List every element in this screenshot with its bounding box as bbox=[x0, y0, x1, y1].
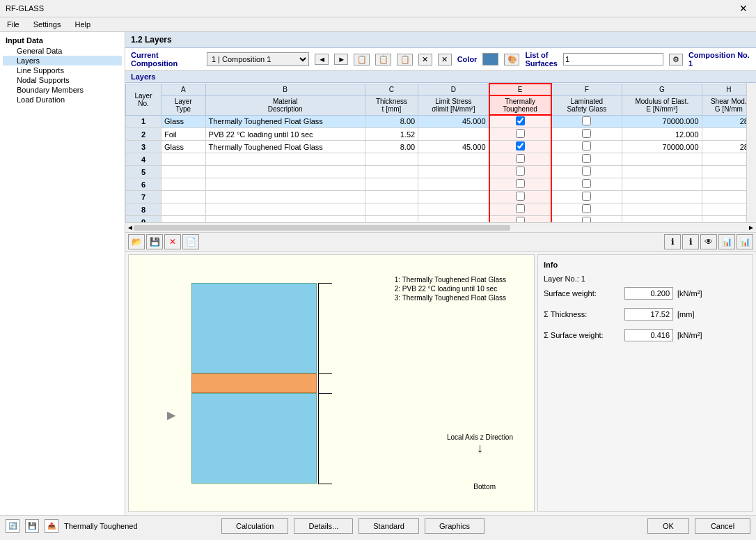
ok-button[interactable]: OK bbox=[647, 518, 689, 534]
details-button[interactable]: Details... bbox=[294, 518, 353, 534]
checkbox-laminated[interactable] bbox=[582, 192, 591, 201]
cell-layer-type[interactable] bbox=[161, 153, 205, 166]
checkbox-thermally[interactable] bbox=[516, 204, 525, 213]
tbar-info2-btn[interactable]: ℹ bbox=[682, 234, 699, 249]
cell-limit-stress[interactable] bbox=[418, 216, 489, 223]
cell-material[interactable] bbox=[205, 203, 365, 216]
sidebar-item-layers[interactable]: Layers bbox=[3, 56, 122, 65]
checkbox-thermally[interactable] bbox=[516, 129, 525, 138]
cancel-button[interactable]: Cancel bbox=[695, 518, 750, 534]
comp-btn-del1[interactable]: ✕ bbox=[418, 54, 432, 65]
cell-layer-type[interactable] bbox=[161, 166, 205, 178]
graphics-button[interactable]: Graphics bbox=[425, 518, 485, 534]
horizontal-scrollbar[interactable]: ◄ ► bbox=[125, 222, 756, 232]
calculation-button[interactable]: Calculation bbox=[221, 518, 288, 534]
cell-material[interactable]: Thermally Toughened Float Glass bbox=[205, 115, 365, 128]
cell-thickness[interactable] bbox=[365, 166, 418, 178]
tbar-print-btn[interactable]: 📄 bbox=[182, 234, 199, 249]
cell-modulus[interactable] bbox=[622, 191, 702, 203]
hscroll-left-arrow[interactable]: ◄ bbox=[127, 224, 134, 231]
checkbox-thermally[interactable] bbox=[516, 192, 525, 201]
composition-select[interactable]: 1 | Composition 1 bbox=[207, 52, 309, 66]
cell-thickness[interactable]: 8.00 bbox=[365, 141, 418, 153]
tbar-delete-btn[interactable]: ✕ bbox=[164, 234, 181, 249]
cell-limit-stress[interactable] bbox=[418, 191, 489, 203]
cell-limit-stress[interactable] bbox=[418, 166, 489, 178]
checkbox-laminated[interactable] bbox=[582, 141, 591, 151]
checkbox-laminated[interactable] bbox=[582, 217, 591, 222]
cell-layer-type[interactable] bbox=[161, 191, 205, 203]
sidebar-item-boundary[interactable]: Boundary Members bbox=[3, 85, 122, 95]
info-thickness-value[interactable] bbox=[624, 308, 673, 321]
sidebar-item-line-supports[interactable]: Line Supports bbox=[3, 65, 122, 75]
color-picker-btn[interactable]: 🎨 bbox=[504, 54, 520, 65]
status-icon-1[interactable]: 🔄 bbox=[6, 519, 19, 533]
cell-modulus[interactable] bbox=[622, 178, 702, 191]
cell-thickness[interactable] bbox=[365, 191, 418, 203]
cell-thickness[interactable] bbox=[365, 216, 418, 223]
checkbox-laminated[interactable] bbox=[582, 204, 591, 213]
cell-limit-stress[interactable]: 45.000 bbox=[418, 141, 489, 153]
comp-btn-del2[interactable]: ✕ bbox=[438, 54, 452, 65]
cell-modulus[interactable] bbox=[622, 166, 702, 178]
checkbox-thermally[interactable] bbox=[516, 167, 525, 176]
sidebar-item-general[interactable]: General Data bbox=[3, 46, 122, 56]
hscroll-right-arrow[interactable]: ► bbox=[748, 224, 755, 231]
cell-limit-stress[interactable] bbox=[418, 178, 489, 191]
comp-btn-paste[interactable]: 📋 bbox=[375, 54, 391, 65]
checkbox-thermally[interactable] bbox=[516, 179, 525, 188]
status-icon-2[interactable]: 💾 bbox=[25, 519, 39, 533]
sidebar-item-load[interactable]: Load Duration bbox=[3, 95, 122, 105]
cell-layer-type[interactable]: Glass bbox=[161, 115, 205, 128]
checkbox-laminated[interactable] bbox=[582, 179, 591, 188]
comp-nav-next[interactable]: ► bbox=[334, 54, 348, 65]
cell-thickness[interactable] bbox=[365, 178, 418, 191]
checkbox-thermally[interactable] bbox=[516, 154, 525, 163]
tbar-info-btn[interactable]: ℹ bbox=[664, 234, 681, 249]
cell-limit-stress[interactable] bbox=[418, 203, 489, 216]
cell-limit-stress[interactable]: 45.000 bbox=[418, 115, 489, 128]
cell-material[interactable]: Thermally Toughened Float Glass bbox=[205, 141, 365, 153]
cell-modulus[interactable] bbox=[622, 203, 702, 216]
comp-btn-copy[interactable]: 📋 bbox=[354, 54, 370, 65]
color-swatch[interactable] bbox=[482, 53, 498, 65]
tbar-view-btn[interactable]: 👁 bbox=[700, 234, 717, 249]
cell-layer-type[interactable]: Glass bbox=[161, 141, 205, 153]
vertical-scrollbar[interactable] bbox=[746, 83, 756, 222]
info-total-weight-value[interactable] bbox=[624, 329, 673, 341]
menu-settings[interactable]: Settings bbox=[29, 19, 65, 30]
cell-modulus[interactable] bbox=[622, 216, 702, 223]
tbar-chart-btn[interactable]: 📊 bbox=[718, 234, 735, 249]
cell-material[interactable]: PVB 22 °C loading until 10 sec bbox=[205, 128, 365, 141]
cell-thickness[interactable]: 8.00 bbox=[365, 115, 418, 128]
sidebar-item-nodal-supports[interactable]: Nodal Supports bbox=[3, 75, 122, 85]
cell-material[interactable] bbox=[205, 191, 365, 203]
cell-layer-type[interactable] bbox=[161, 203, 205, 216]
checkbox-laminated[interactable] bbox=[582, 129, 591, 138]
cell-thickness[interactable] bbox=[365, 153, 418, 166]
checkbox-laminated[interactable] bbox=[582, 167, 591, 176]
tbar-export-btn[interactable]: 📊 bbox=[737, 234, 753, 249]
hscroll-bar[interactable] bbox=[134, 225, 510, 231]
comp-nav-prev[interactable]: ◄ bbox=[315, 54, 329, 65]
menu-help[interactable]: Help bbox=[70, 19, 95, 30]
menu-file[interactable]: File bbox=[3, 19, 24, 30]
cell-modulus[interactable] bbox=[622, 153, 702, 166]
checkbox-thermally[interactable] bbox=[516, 116, 525, 125]
cell-material[interactable] bbox=[205, 153, 365, 166]
cell-material[interactable] bbox=[205, 166, 365, 178]
info-surface-weight-value[interactable] bbox=[624, 287, 673, 300]
cell-layer-type[interactable] bbox=[161, 178, 205, 191]
checkbox-thermally[interactable] bbox=[516, 217, 525, 222]
surfaces-input[interactable] bbox=[563, 53, 663, 65]
cell-limit-stress[interactable] bbox=[418, 153, 489, 166]
checkbox-laminated[interactable] bbox=[582, 154, 591, 163]
cell-modulus[interactable]: 70000.000 bbox=[622, 115, 702, 128]
checkbox-thermally[interactable] bbox=[516, 141, 525, 151]
standard-button[interactable]: Standard bbox=[359, 518, 419, 534]
cell-material[interactable] bbox=[205, 178, 365, 191]
cell-thickness[interactable]: 1.52 bbox=[365, 128, 418, 141]
cell-thickness[interactable] bbox=[365, 203, 418, 216]
status-icon-3[interactable]: 📤 bbox=[45, 519, 58, 533]
surfaces-edit-btn[interactable]: ⚙ bbox=[669, 54, 683, 65]
